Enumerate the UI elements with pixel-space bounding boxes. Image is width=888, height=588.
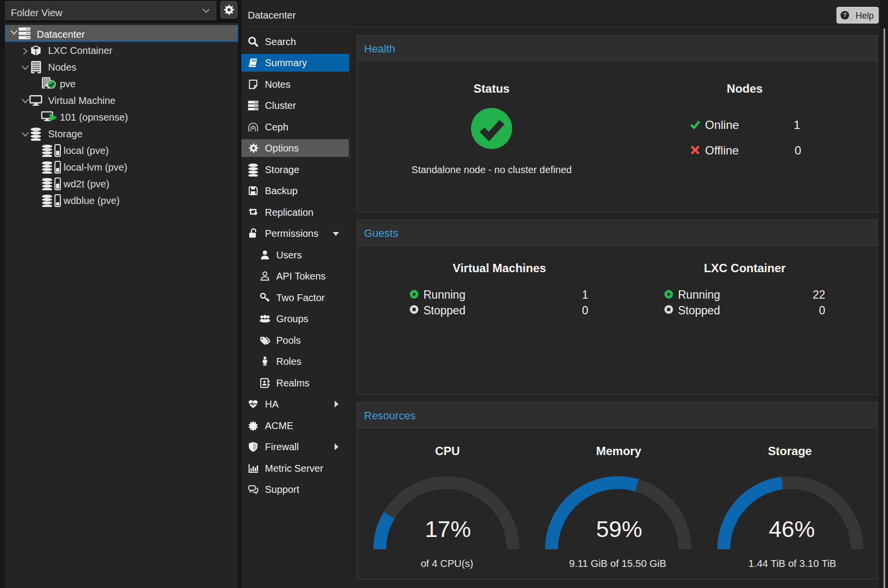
svg-text:?: ? — [843, 12, 847, 19]
